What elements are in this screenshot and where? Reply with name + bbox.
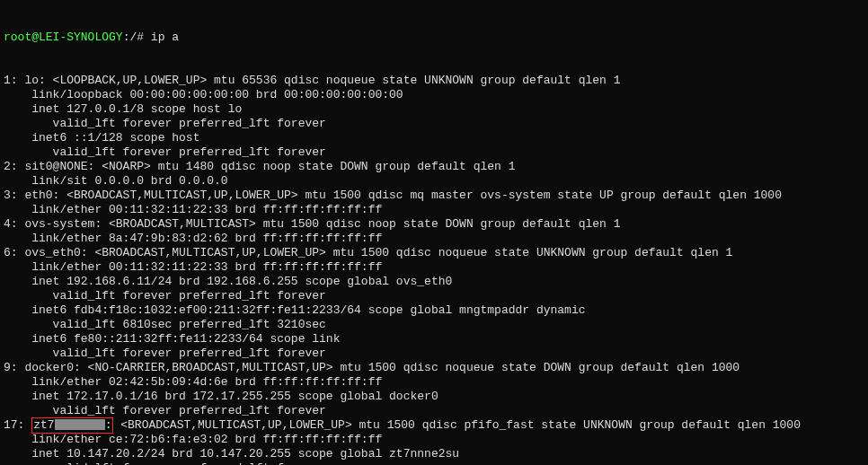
interface-detail: link/ether 00:11:32:11:22:33 brd ff:ff:f… [4, 260, 864, 275]
interface-detail: valid_lft forever preferred_lft forever [4, 145, 864, 160]
interface-detail: link/ether 8a:47:9b:83:d2:62 brd ff:ff:f… [4, 232, 864, 246]
command: ip a [151, 31, 179, 44]
interface-detail: valid_lft forever preferred_lft forever [4, 117, 864, 131]
interface-detail: inet 127.0.0.1/8 scope host lo [4, 102, 864, 117]
interface-detail: valid_lft forever preferred_lft forever [4, 289, 864, 303]
interface-detail: inet6 fe80::211:32ff:fe11:2233/64 scope … [4, 332, 864, 347]
interface-header: 3: eth0: <BROADCAST,MULTICAST,UP,LOWER_U… [4, 189, 864, 203]
interface-header: 4: ovs-system: <BROADCAST,MULTICAST> mtu… [4, 217, 864, 232]
interface-detail: valid_lft forever preferred_lft forever [4, 347, 864, 361]
interface-detail: link/ether ce:72:b6:fa:e3:02 brd ff:ff:f… [4, 433, 864, 447]
interface-detail: valid_lft 6810sec preferred_lft 3210sec [4, 318, 864, 332]
interface-detail: link/ether 02:42:5b:09:4d:6e brd ff:ff:f… [4, 375, 864, 390]
interface-detail: link/loopback 00:00:00:00:00:00 brd 00:0… [4, 88, 864, 102]
interface-detail: link/ether 00:11:32:11:22:33 brd ff:ff:f… [4, 203, 864, 217]
interface-detail: link/sit 0.0.0.0 brd 0.0.0.0 [4, 174, 864, 189]
command-output: 1: lo: <LOOPBACK,UP,LOWER_UP> mtu 65536 … [4, 74, 864, 465]
prompt-user: root@LEI-SYNOLOGY [4, 31, 123, 44]
prompt-line: root@LEI-SYNOLOGY:/# ip a [4, 31, 864, 45]
interface-header: 9: docker0: <NO-CARRIER,BROADCAST,MULTIC… [4, 361, 864, 375]
interface-detail: valid_lft forever preferred_lft forever [4, 404, 864, 418]
prompt-path: :/# [123, 31, 144, 44]
terminal[interactable]: root@LEI-SYNOLOGY:/# ip a 1: lo: <LOOPBA… [0, 0, 868, 465]
interface-header: 6: ovs_eth0: <BROADCAST,MULTICAST,UP,LOW… [4, 246, 864, 260]
interface-detail: inet 10.147.20.2/24 brd 10.147.20.255 sc… [4, 447, 864, 461]
interface-detail: inet6 fdb4:f18c:1032:ef00:211:32ff:fe11:… [4, 303, 864, 318]
highlighted-interface-name: zt7: [31, 417, 113, 434]
interface-detail: valid_lft forever preferred_lft forever [4, 461, 864, 465]
interface-detail: inet 172.17.0.1/16 brd 172.17.255.255 sc… [4, 390, 864, 404]
interface-detail: inet 192.168.6.11/24 brd 192.168.6.255 s… [4, 275, 864, 289]
interface-detail: inet6 ::1/128 scope host [4, 131, 864, 145]
redacted-segment [55, 419, 105, 430]
interface-header: 1: lo: <LOOPBACK,UP,LOWER_UP> mtu 65536 … [4, 74, 864, 88]
interface-header: 17: zt7: <BROADCAST,MULTICAST,UP,LOWER_U… [4, 418, 864, 433]
interface-header: 2: sit0@NONE: <NOARP> mtu 1480 qdisc noo… [4, 160, 864, 174]
